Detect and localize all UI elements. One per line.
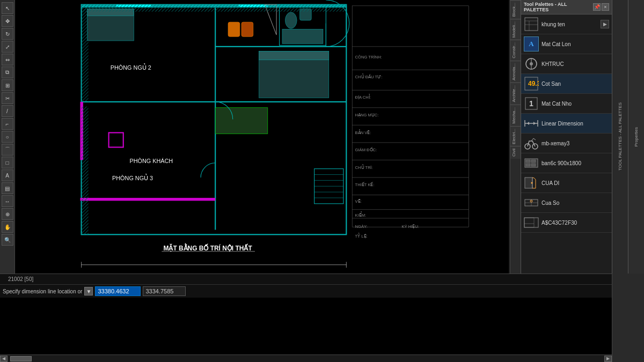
- coord-y-input[interactable]: [143, 286, 186, 296]
- tab-modeli[interactable]: Modeli...: [510, 19, 521, 40]
- ban6c-label: ban6c 900x1800: [541, 160, 581, 166]
- canvas-area[interactable]: CÔNG TRÌNH: CHỦ ĐẦU TƯ: ĐỊA CHỈ: HẠNG MỤ…: [15, 0, 509, 274]
- tool-rectangle[interactable]: □: [2, 157, 13, 168]
- palette-item-khung-ten[interactable]: khung ten ▶: [521, 14, 612, 34]
- cot-san-label: Cot San: [541, 81, 561, 87]
- palette-item-cua-so[interactable]: Cua So: [521, 193, 612, 213]
- palette-item-a43c72f30[interactable]: A$C43C72F30: [521, 213, 612, 233]
- command-history-area: [0, 298, 612, 362]
- tool-text[interactable]: A: [2, 169, 13, 181]
- tool-offset[interactable]: ⊞: [2, 79, 13, 91]
- left-toolbar: ↖ ✥ ↻ ⤢ ⇔ ⧉ ⊞ ✂ / ⌐ ○ ⌒ □ A ▤ ↔ ⊕ ✋ 🔍: [0, 0, 15, 274]
- svg-text:1: 1: [529, 99, 533, 108]
- svg-text:49.30: 49.30: [528, 80, 539, 87]
- tab-constr[interactable]: Constr...: [510, 40, 521, 61]
- svg-text:CHỦ TRÌ:: CHỦ TRÌ:: [355, 164, 373, 170]
- tool-zoom[interactable]: 🔍: [2, 234, 13, 246]
- svg-text:TỶ LỆ:: TỶ LỆ:: [355, 233, 368, 239]
- ban6c-icon: [524, 156, 539, 171]
- tool-copy[interactable]: ⧉: [2, 67, 13, 78]
- floor-plan-svg: CÔNG TRÌNH: CHỦ ĐẦU TƯ: ĐỊA CHỈ: HẠNG MỤ…: [15, 0, 509, 274]
- palette-item-cot-san[interactable]: 49.30 Cot San: [521, 74, 612, 94]
- tool-hatch[interactable]: ▤: [2, 182, 13, 194]
- svg-rect-64: [82, 5, 89, 102]
- tab-electri[interactable]: Electri...: [510, 126, 521, 146]
- tool-mirror[interactable]: ⇔: [2, 54, 13, 65]
- palette-item-mb-xemay3[interactable]: mb-xemay3: [521, 134, 612, 153]
- svg-text:BẢN VẼ:: BẢN VẼ:: [355, 129, 371, 135]
- tab-civil[interactable]: Civil: [510, 146, 521, 159]
- mat-cat-nho-label: Mat Cat Nho: [541, 101, 572, 107]
- tab-mecha[interactable]: Mecha...: [510, 105, 521, 126]
- ban6c-text-group: ban6c 900x1800: [541, 160, 581, 166]
- cua-so-label: Cua So: [541, 200, 559, 206]
- tool-line[interactable]: /: [2, 105, 13, 117]
- linear-dimension-label: Linear Dimension: [541, 121, 583, 127]
- bottom-area: 21002 [50] Specify dimension line locati…: [0, 274, 644, 362]
- tool-scale[interactable]: ⤢: [2, 41, 13, 53]
- tool-palettes-panel: Tool Palettes - ALL PALETTES 📌 × khung t…: [521, 0, 612, 274]
- khtruc-icon: [524, 56, 539, 71]
- command-bar: Specify dimension line location or ▼: [0, 284, 612, 298]
- coord-x-input[interactable]: [95, 286, 141, 296]
- cua-so-icon: [524, 195, 539, 210]
- svg-rect-65: [82, 107, 89, 235]
- scroll-left-btn[interactable]: ◀: [0, 356, 8, 362]
- dimension-value: 21002 [50]: [8, 276, 33, 282]
- svg-text:PHÒNG NGỦ 2: PHÒNG NGỦ 2: [111, 63, 151, 71]
- command-dropdown-btn[interactable]: ▼: [84, 287, 93, 295]
- tool-rotate[interactable]: ↻: [2, 28, 13, 40]
- svg-rect-68: [525, 18, 538, 31]
- svg-text:NGÀY:: NGÀY:: [355, 224, 368, 229]
- svg-text:ĐỊA CHỈ:: ĐỊA CHỈ:: [355, 94, 371, 100]
- palette-item-khtruc[interactable]: KHTRUC: [521, 54, 612, 74]
- palette-item-cua-di[interactable]: CUA DI: [521, 173, 612, 193]
- svg-rect-90: [531, 164, 536, 166]
- tab-annota[interactable]: Annota...: [510, 61, 521, 83]
- all-palettes-label-container: TOOL PALETTES - ALL PALETTES: [612, 0, 628, 274]
- bottom-right-panel: [612, 274, 644, 362]
- tool-cursor[interactable]: ↖: [2, 2, 13, 14]
- svg-marker-82: [527, 122, 529, 125]
- all-palettes-label: TOOL PALETTES - ALL PALETTES: [618, 102, 623, 171]
- svg-rect-98: [524, 218, 538, 227]
- scroll-thumb[interactable]: [10, 356, 32, 361]
- palette-close-btn[interactable]: ×: [602, 3, 609, 11]
- tool-dim[interactable]: ↔: [2, 195, 13, 207]
- h-scrollbar[interactable]: ◀ ▶: [0, 354, 612, 362]
- svg-rect-59: [241, 22, 253, 36]
- svg-rect-89: [526, 164, 530, 166]
- mb-xemay3-label: mb-xemay3: [541, 141, 569, 146]
- svg-point-74: [530, 62, 533, 65]
- tool-pan[interactable]: ✋: [2, 221, 13, 233]
- tool-move[interactable]: ✥: [2, 15, 13, 27]
- palette-item-mat-cat-lon[interactable]: A Mat Cat Lon: [521, 34, 612, 54]
- palette-items-list: khung ten ▶ A Mat Cat Lon KHTRUC: [521, 14, 612, 274]
- svg-text:HẠNG MỤC:: HẠNG MỤC:: [355, 113, 379, 117]
- palette-item-linear-dimension[interactable]: Linear Dimension: [521, 114, 612, 134]
- khung-ten-expand-btn[interactable]: ▶: [601, 20, 609, 28]
- palette-item-ban6c[interactable]: ban6c 900x1800: [521, 153, 612, 173]
- svg-text:CÔNG TRÌNH:: CÔNG TRÌNH:: [355, 55, 382, 60]
- properties-label: Properties: [634, 127, 639, 146]
- tab-blocks[interactable]: Block...: [510, 0, 521, 19]
- svg-text:GIÁM ĐỐC:: GIÁM ĐỐC:: [355, 147, 377, 152]
- svg-rect-99: [524, 218, 534, 227]
- scroll-right-btn[interactable]: ▶: [604, 356, 612, 362]
- tool-arc[interactable]: ⌒: [2, 144, 13, 156]
- tool-circle[interactable]: ○: [2, 131, 13, 143]
- tool-polyline[interactable]: ⌐: [2, 118, 13, 130]
- palette-item-mat-cat-nho[interactable]: 1 Mat Cat Nho: [521, 94, 612, 114]
- palette-pin-btn[interactable]: 📌: [593, 3, 601, 11]
- svg-point-40: [285, 12, 297, 28]
- mb-xemay3-icon: [524, 136, 539, 151]
- svg-rect-58: [228, 22, 240, 36]
- tool-snap[interactable]: ⊕: [2, 208, 13, 220]
- svg-text:PHÒNG NGỦ 3: PHÒNG NGỦ 3: [112, 174, 153, 181]
- dimension-ruler: 21002 [50]: [0, 274, 612, 284]
- properties-label-container[interactable]: Properties: [628, 0, 644, 274]
- tab-archite[interactable]: Archite...: [510, 83, 521, 105]
- cua-di-label: CUA DI: [541, 180, 559, 186]
- tool-trim[interactable]: ✂: [2, 92, 13, 104]
- cot-san-icon: 49.30: [524, 76, 539, 91]
